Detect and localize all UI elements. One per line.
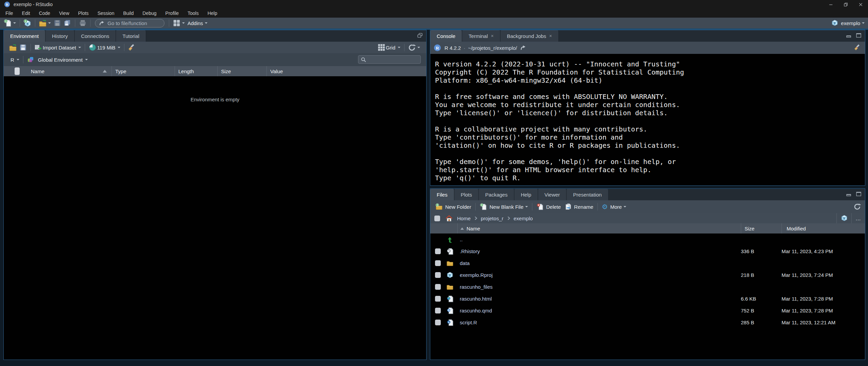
environment-select-column-header[interactable] <box>4 66 27 76</box>
window-minimize-button[interactable] <box>823 0 838 9</box>
minimize-pane-icon[interactable] <box>846 191 852 197</box>
console-tab-terminal[interactable]: Terminal× <box>462 30 500 42</box>
file-checkbox[interactable] <box>435 320 441 325</box>
file-checkbox[interactable] <box>435 248 441 254</box>
more-button[interactable]: ⚙ More <box>600 203 628 210</box>
files-column-header-size[interactable]: Size <box>741 223 782 233</box>
files-tab-help[interactable]: Help <box>514 189 538 200</box>
environment-tab-history[interactable]: History <box>45 30 75 42</box>
column-label: Size <box>221 68 231 74</box>
file-modified: Mar 11, 2023, 7:28 PM <box>782 308 865 313</box>
file-name-link[interactable]: rascunho.qmd <box>457 308 741 313</box>
environment-tab-connections[interactable]: Connections <box>75 30 116 42</box>
environment-column-header-type[interactable]: Type <box>112 66 175 76</box>
menu-tools[interactable]: Tools <box>183 9 203 18</box>
file-checkbox[interactable] <box>435 260 441 266</box>
new-blank-file-button[interactable]: New Blank File <box>478 203 530 210</box>
files-tab-presentation[interactable]: Presentation <box>567 189 608 200</box>
refresh-files-icon[interactable] <box>854 203 861 210</box>
breadcrumb-item-projetos_r[interactable]: projetos_r <box>481 216 504 221</box>
rename-button[interactable]: Rename <box>563 203 595 210</box>
window-close-button[interactable] <box>853 0 868 9</box>
environment-column-header-value[interactable]: Value <box>267 66 426 76</box>
path-ellipsis-button[interactable]: ... <box>851 213 865 223</box>
select-all-checkbox[interactable] <box>15 67 20 75</box>
save-all-button[interactable] <box>62 18 73 28</box>
environment-column-header-size[interactable]: Size <box>217 66 267 76</box>
file-checkbox[interactable] <box>435 308 441 313</box>
minimize-pane-icon[interactable] <box>846 33 852 38</box>
goto-file-function-input[interactable] <box>107 20 161 26</box>
new-folder-button[interactable]: New Folder <box>434 203 473 210</box>
files-column-header-name[interactable]: Name <box>457 223 741 233</box>
new-file-button[interactable] <box>3 18 17 28</box>
environment-tab-environment[interactable]: Environment <box>4 30 45 42</box>
menu-file[interactable]: File <box>1 9 18 18</box>
save-all-icon <box>64 19 71 27</box>
scope-selector-button[interactable]: Global Environment <box>26 55 89 64</box>
print-button[interactable] <box>78 18 88 28</box>
files-tab-viewer[interactable]: Viewer <box>538 189 567 200</box>
file-name-link[interactable]: data <box>457 260 741 266</box>
clear-console-icon[interactable] <box>854 44 861 51</box>
file-name-link[interactable]: exemplo.Rproj <box>457 272 741 278</box>
menu-build[interactable]: Build <box>119 9 138 18</box>
files-tab-plots[interactable]: Plots <box>454 189 479 200</box>
files-tab-files[interactable]: Files <box>430 189 454 200</box>
menu-view[interactable]: View <box>55 9 74 18</box>
pane-layout-button[interactable] <box>172 18 186 28</box>
open-file-button[interactable] <box>38 18 52 28</box>
memory-usage-button[interactable]: 119 MiB <box>87 43 122 52</box>
maximize-pane-icon[interactable] <box>856 33 862 38</box>
delete-button[interactable]: Delete <box>535 203 563 210</box>
environment-tab-tutorial[interactable]: Tutorial <box>116 30 146 42</box>
breadcrumb-item-exemplo[interactable]: exemplo <box>514 216 533 221</box>
files-column-header-modified[interactable]: Modified <box>782 223 865 233</box>
file-checkbox[interactable] <box>435 272 441 278</box>
project-switcher-button[interactable]: R exemplo <box>831 18 865 28</box>
close-tab-icon[interactable]: × <box>549 33 552 39</box>
environment-column-header-name[interactable]: Name <box>27 66 112 76</box>
close-tab-icon[interactable]: × <box>491 33 494 39</box>
menu-session[interactable]: Session <box>93 9 119 18</box>
console-tab-label: Background Jobs <box>507 33 546 39</box>
file-checkbox[interactable] <box>435 284 441 290</box>
load-workspace-button[interactable] <box>8 43 18 52</box>
open-folder-icon <box>9 44 17 51</box>
window-restore-button[interactable] <box>838 0 853 9</box>
maximize-pane-icon[interactable] <box>856 191 862 197</box>
console-tab-console[interactable]: Console <box>430 30 462 42</box>
environment-search-input[interactable] <box>368 57 418 62</box>
addins-button[interactable]: Addins <box>186 18 209 28</box>
files-tab-packages[interactable]: Packages <box>479 189 514 200</box>
file-name-link[interactable]: rascunho_files <box>457 284 741 290</box>
environment-column-header-length[interactable]: Length <box>175 66 217 76</box>
menu-plots[interactable]: Plots <box>74 9 93 18</box>
file-name-link[interactable]: .. <box>457 237 741 242</box>
clear-environment-button[interactable] <box>127 43 137 52</box>
refresh-environment-button[interactable] <box>407 43 421 52</box>
import-dataset-button[interactable]: Import Dataset <box>33 43 82 52</box>
menu-help[interactable]: Help <box>203 9 222 18</box>
select-all-checkbox[interactable] <box>434 216 440 221</box>
menu-profile[interactable]: Profile <box>161 9 183 18</box>
project-directory-button[interactable]: R <box>836 213 851 223</box>
console-tab-background-jobs[interactable]: Background Jobs× <box>500 30 559 42</box>
file-checkbox[interactable] <box>435 296 441 302</box>
menu-edit[interactable]: Edit <box>18 9 35 18</box>
file-name-link[interactable]: rascunho.html <box>457 296 741 302</box>
restore-pane-icon[interactable] <box>417 33 423 38</box>
file-name-link[interactable]: .Rhistory <box>457 248 741 254</box>
environment-tab-label: Environment <box>10 33 39 39</box>
save-workspace-button[interactable] <box>18 43 28 52</box>
home-icon[interactable] <box>446 215 453 222</box>
save-button[interactable] <box>52 18 62 28</box>
breadcrumb-item-home[interactable]: Home <box>457 216 471 221</box>
goto-directory-icon[interactable] <box>520 45 526 51</box>
language-selector-button[interactable]: R <box>8 55 21 64</box>
menu-debug[interactable]: Debug <box>138 9 161 18</box>
file-name-link[interactable]: script.R <box>457 320 741 325</box>
display-mode-button[interactable]: Grid <box>376 43 402 52</box>
menu-code[interactable]: Code <box>35 9 55 18</box>
new-project-button[interactable]: R <box>22 18 33 28</box>
